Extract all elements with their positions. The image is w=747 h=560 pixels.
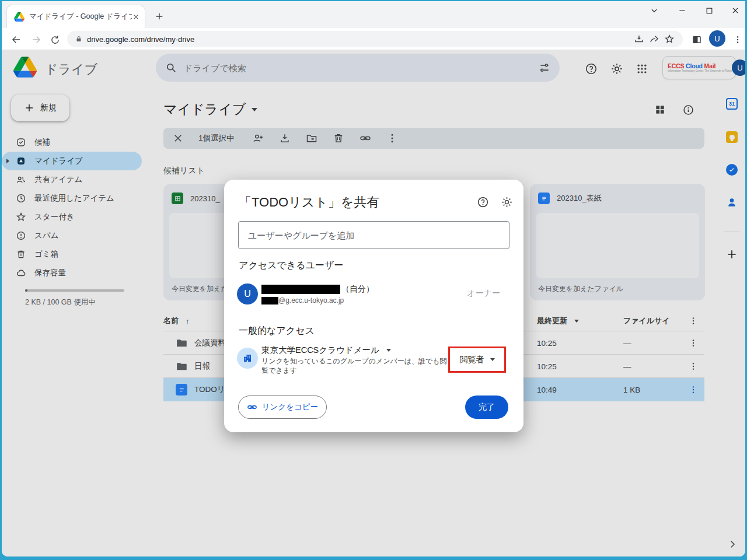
- owner-email-domain: @g.ecc.u-tokyo.ac.jp: [278, 296, 344, 304]
- chevron-down-icon: [490, 358, 495, 361]
- people-with-access-heading: アクセスできるユーザー: [239, 260, 343, 272]
- drive-app: ドライブ ECCS Cloud: [2, 50, 745, 556]
- forward-icon[interactable]: [29, 32, 44, 47]
- url-text: drive.google.com/drive/my-drive: [87, 35, 631, 44]
- chevron-down-icon: [386, 349, 391, 352]
- role-dropdown-annotated[interactable]: 閲覧者: [448, 346, 506, 373]
- link-icon: [247, 402, 257, 412]
- share-icon[interactable]: [647, 32, 662, 47]
- browser-tab[interactable]: マイドライブ - Google ドライブ: [6, 5, 145, 28]
- tab-strip: マイドライブ - Google ドライブ: [2, 1, 745, 28]
- screen-capture-border: マイドライブ - Google ドライブ: [0, 0, 747, 560]
- bookmark-star-icon[interactable]: [662, 32, 677, 47]
- share-dialog: 「TODOリスト」を共有 アクセスできるユーザー U （自分） @g.ecc.u…: [224, 180, 523, 432]
- window-close-button[interactable]: [722, 2, 745, 19]
- owner-role-label: オーナー: [467, 288, 500, 299]
- browser-profile-avatar[interactable]: U: [709, 30, 725, 47]
- browser-menu-icon[interactable]: [730, 32, 745, 47]
- copy-link-button[interactable]: リンクをコピー: [238, 396, 327, 419]
- owner-name: （自分）: [261, 284, 374, 295]
- group-access-description: リンクを知っているこのグループのメンバーは、誰でも閲覧できます: [261, 356, 449, 375]
- redacted-email-prefix: [261, 297, 278, 304]
- side-panel-icon[interactable]: [689, 32, 704, 47]
- url-field[interactable]: drive.google.com/drive/my-drive: [67, 31, 683, 47]
- tab-title: マイドライブ - Google ドライブ: [29, 12, 132, 22]
- group-access-selector[interactable]: 東京大学ECCSクラウドメール: [261, 345, 391, 356]
- owner-self-suffix: （自分）: [341, 284, 374, 295]
- role-label: 閲覧者: [460, 355, 484, 365]
- address-bar: drive.google.com/drive/my-drive U: [2, 28, 745, 50]
- reload-icon[interactable]: [47, 32, 62, 47]
- add-people-input[interactable]: [238, 221, 509, 249]
- window-maximize-button[interactable]: [696, 2, 722, 19]
- group-name: 東京大学ECCSクラウドメール: [261, 345, 379, 356]
- done-button[interactable]: 完了: [465, 396, 508, 419]
- general-access-heading: 一般的なアクセス: [239, 325, 315, 337]
- owner-email: @g.ecc.u-tokyo.ac.jp: [261, 296, 344, 304]
- window-hide-icon[interactable]: [641, 2, 668, 19]
- back-icon[interactable]: [9, 32, 24, 47]
- share-settings-gear-icon[interactable]: [500, 195, 514, 209]
- lock-icon: [75, 35, 82, 43]
- copy-link-label: リンクをコピー: [262, 402, 318, 412]
- share-help-icon[interactable]: [476, 195, 490, 209]
- organization-building-icon: [237, 348, 258, 369]
- dialog-title: 「TODOリスト」を共有: [239, 194, 379, 211]
- browser-window: マイドライブ - Google ドライブ: [2, 1, 745, 556]
- owner-avatar: U: [237, 284, 258, 304]
- tab-close-icon[interactable]: [132, 13, 140, 21]
- redacted-name: [261, 285, 340, 294]
- new-tab-button[interactable]: [151, 8, 167, 24]
- window-minimize-button[interactable]: [669, 2, 696, 19]
- drive-favicon: [14, 12, 25, 22]
- save-offline-icon[interactable]: [631, 32, 647, 47]
